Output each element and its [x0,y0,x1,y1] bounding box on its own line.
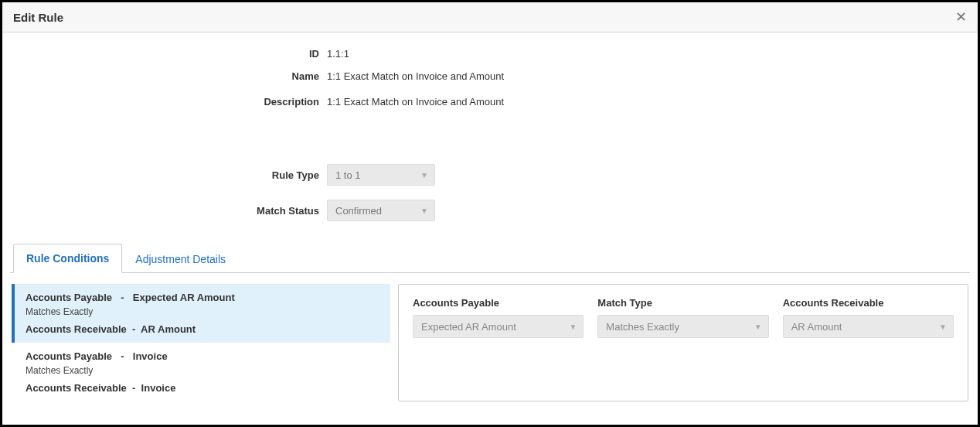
tabs: Rule Conditions Adjustment Details [10,243,970,273]
rule-type-value: 1 to 1 [335,169,361,181]
name-value: 1:1 Exact Match on Invoice and Amount [327,70,504,82]
dialog-titlebar: Edit Rule ✕ [2,2,978,32]
id-value: 1.1:1 [327,48,349,60]
condition-field2: Invoice [141,382,176,394]
separator: - [132,382,135,394]
accounts-payable-value: Expected AR Amount [421,321,516,333]
chevron-down-icon: ▼ [939,323,947,331]
condition-detail-panel: Accounts Payable Expected AR Amount ▼ Ma… [398,284,968,401]
condition-line2: Accounts Receivable - AR Amount [26,323,379,335]
chevron-down-icon: ▼ [420,171,428,179]
condition-field1: Expected AR Amount [133,292,235,303]
condition-item[interactable]: Accounts Payable - Expected AR Amount Ma… [12,284,390,343]
condition-source1: Accounts Payable [26,292,112,303]
tab-rule-conditions[interactable]: Rule Conditions [13,244,122,273]
description-label: Description [2,96,327,108]
name-label: Name [2,70,327,82]
chevron-down-icon: ▼ [569,323,577,331]
rule-form: ID 1.1:1 Name 1:1 Exact Match on Invoice… [2,32,978,243]
condition-match: Matches Exactly [26,365,379,376]
close-icon[interactable]: ✕ [955,10,967,24]
chevron-down-icon: ▼ [420,207,428,215]
rule-type-label: Rule Type [2,169,327,181]
condition-source2: Accounts Receivable [26,382,127,394]
condition-source2: Accounts Receivable [26,323,127,335]
condition-field1: Invoice [133,350,168,362]
detail-accounts-receivable-label: Accounts Receivable [783,297,954,309]
match-type-select[interactable]: Matches Exactly ▼ [597,315,768,338]
condition-line2: Accounts Receivable - Invoice [26,382,379,394]
tab-adjustment-details[interactable]: Adjustment Details [122,244,239,273]
condition-line: Accounts Payable - Expected AR Amount [26,292,379,303]
separator: - [117,350,127,362]
dialog-title: Edit Rule [13,11,63,24]
condition-field2: AR Amount [141,323,196,335]
separator: - [132,323,135,335]
condition-item[interactable]: Accounts Payable - Invoice Matches Exact… [12,343,390,401]
match-type-value: Matches Exactly [606,321,679,333]
id-label: ID [2,48,327,60]
chevron-down-icon: ▼ [754,323,762,331]
condition-match: Matches Exactly [26,306,379,317]
detail-match-type-label: Match Type [597,297,768,309]
condition-line: Accounts Payable - Invoice [26,350,379,362]
match-status-label: Match Status [2,205,327,217]
separator: - [117,292,127,303]
conditions-panel: Accounts Payable - Expected AR Amount Ma… [2,273,978,401]
accounts-receivable-select[interactable]: AR Amount ▼ [783,315,954,338]
match-status-select[interactable]: Confirmed ▼ [327,200,435,221]
condition-list: Accounts Payable - Expected AR Amount Ma… [12,284,390,401]
description-value: 1:1 Exact Match on Invoice and Amount [327,96,504,108]
match-status-value: Confirmed [335,205,382,217]
rule-type-select[interactable]: 1 to 1 ▼ [327,164,435,186]
detail-accounts-payable-label: Accounts Payable [413,297,584,309]
accounts-receivable-value: AR Amount [791,321,842,333]
accounts-payable-select[interactable]: Expected AR Amount ▼ [413,315,584,338]
condition-source1: Accounts Payable [26,350,112,362]
